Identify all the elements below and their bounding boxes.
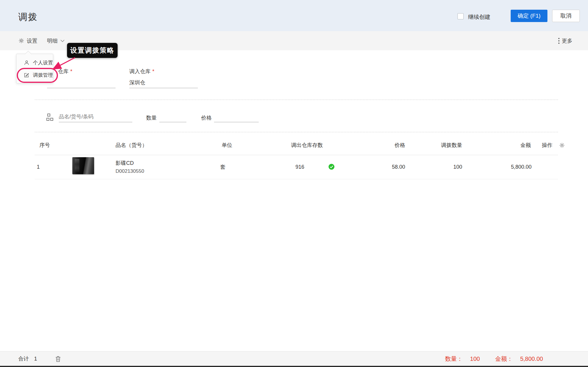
settings-button[interactable]: 设置 xyxy=(19,31,37,50)
required-asterisk: * xyxy=(70,68,72,74)
row-stock: 916 xyxy=(279,155,304,179)
page-title: 调拨 xyxy=(18,11,38,23)
window-bottom-edge xyxy=(0,366,588,367)
total-count: 1 xyxy=(34,351,37,366)
warehouse-in-input[interactable]: 深圳仓 xyxy=(129,78,198,88)
warehouse-out-label: 仓库* xyxy=(58,68,72,75)
more-label: 更多 xyxy=(562,37,572,44)
column-settings-gear-icon[interactable] xyxy=(559,143,565,148)
gear-icon xyxy=(19,38,24,43)
trash-icon xyxy=(55,356,61,362)
price-label: 价格 xyxy=(201,114,212,121)
row-amount: 5,800.00 xyxy=(496,155,532,179)
product-search-placeholder: 品名/货号/条码 xyxy=(59,113,93,120)
chevron-down-icon xyxy=(60,39,65,42)
warehouse-out-input[interactable] xyxy=(47,78,116,88)
product-image xyxy=(72,157,94,174)
footer-amount-value: 5,800.00 xyxy=(520,356,543,362)
check-circle-icon xyxy=(328,164,335,170)
col-amount: 金额 xyxy=(496,136,531,155)
col-price: 价格 xyxy=(370,136,405,155)
product-search-input[interactable]: 品名/货号/条码 xyxy=(59,112,132,122)
qty-input[interactable] xyxy=(159,112,186,122)
footer-totals: 数量： 100 金额： 5,800.00 xyxy=(445,351,543,366)
continue-create-label: 继续创建 xyxy=(468,13,490,21)
warehouse-in-label: 调入仓库* xyxy=(129,68,154,75)
row-unit: 套 xyxy=(220,155,225,179)
row-index: 1 xyxy=(37,155,40,179)
col-action: 操作 xyxy=(542,136,552,155)
footer-qty-value: 100 xyxy=(470,356,480,362)
product-sku: D002130550 xyxy=(116,168,144,174)
settings-menu: 个人设置 调拨管理 xyxy=(16,54,53,83)
col-stock: 调出仓库存数 xyxy=(291,136,323,155)
col-unit: 单位 xyxy=(222,136,232,155)
menu-item-transfer-management[interactable]: 调拨管理 xyxy=(16,70,53,80)
more-vertical-icon xyxy=(558,38,560,44)
settings-label: 设置 xyxy=(27,37,37,44)
col-index: 序号 xyxy=(39,136,50,155)
total-label: 合计 xyxy=(18,351,29,366)
annotation-tooltip: 设置调拨策略 xyxy=(67,43,118,58)
divider xyxy=(35,132,558,132)
footer-amount-label: 金额： xyxy=(495,355,513,363)
edit-icon xyxy=(24,73,29,78)
table-header: 序号 品名（货号） 单位 调出仓库存数 价格 调拨数量 金额 操作 xyxy=(35,136,558,155)
detail-label: 明细 xyxy=(47,37,58,44)
qty-label: 数量 xyxy=(146,114,157,121)
detail-dropdown[interactable]: 明细 xyxy=(47,31,65,50)
confirm-button[interactable]: 确定 (F1) xyxy=(511,10,547,22)
required-asterisk: * xyxy=(152,68,154,74)
price-input[interactable] xyxy=(214,112,259,122)
delete-all-button[interactable] xyxy=(55,351,61,366)
product-name: 影碟CD xyxy=(116,160,134,167)
continue-create-checkbox[interactable] xyxy=(457,13,464,19)
person-icon xyxy=(24,60,29,65)
cancel-button[interactable]: 取消 xyxy=(552,10,580,22)
menu-item-label: 个人设置 xyxy=(33,59,53,66)
row-price: 58.00 xyxy=(370,155,405,179)
transfer-create-page: 调拨 继续创建 确定 (F1) 取消 设置 明细 xyxy=(0,0,588,367)
col-name: 品名（货号） xyxy=(116,136,147,155)
divider xyxy=(35,100,558,100)
footer-qty-label: 数量： xyxy=(445,355,463,363)
table-row[interactable]: 1 影碟CD D002130550 套 916 58.00 100 5,800.… xyxy=(35,155,558,179)
page-header: 调拨 继续创建 确定 (F1) 取消 xyxy=(0,0,588,31)
product-icon xyxy=(46,113,54,121)
row-qty: 100 xyxy=(427,155,462,179)
menu-item-personal-settings[interactable]: 个人设置 xyxy=(16,58,53,68)
more-button[interactable]: 更多 xyxy=(558,31,572,50)
col-qty: 调拨数量 xyxy=(427,136,462,155)
footer-bar: 合计 1 数量： 100 金额： 5,800.00 xyxy=(0,351,588,366)
menu-item-label: 调拨管理 xyxy=(33,72,53,78)
